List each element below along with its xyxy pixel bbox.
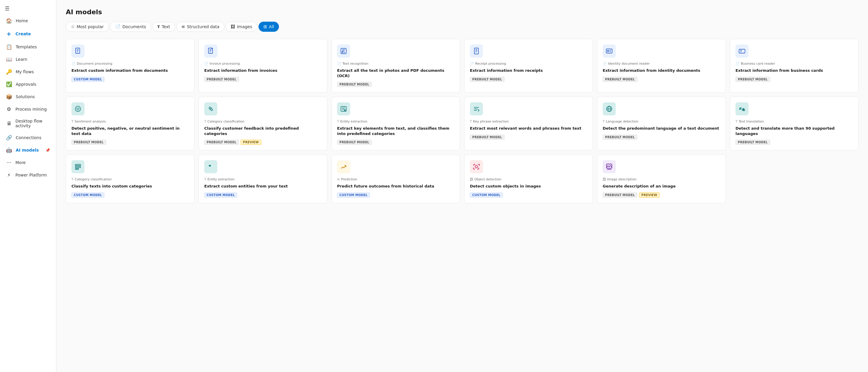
card-key-phrase-extraction[interactable]: T Key phrase extraction Extract most rel… [464,97,593,150]
badges-row: CUSTOM MODEL [337,191,455,198]
sidebar-item-solutions[interactable]: 📦 Solutions [1,91,55,103]
filter-tab-images[interactable]: 🖼 Images [226,22,257,32]
card-icon-wrap [71,160,85,173]
card-text-translation[interactable]: Aあ T Text translation Detect and transla… [730,97,859,150]
card-category: T Entity extraction [204,177,322,181]
card-title: Extract information from receipts [470,68,587,73]
card-category: T Category classification [71,177,189,181]
category-icon: 📄 [204,62,208,65]
sidebar-item-label: Home [16,19,28,23]
badges-row: PREBUILT MODELPREVIEW [603,191,720,198]
card-icon-wrap [470,45,483,58]
document-icon: 📄 [115,24,121,29]
filter-tab-text[interactable]: T Text [152,22,175,31]
badge-prebuilt: PREBUILT MODEL [337,140,372,145]
filter-tab-all[interactable]: ⊞ All [258,22,279,32]
sidebar-item-my-flows[interactable]: 🔑 My flows [1,66,55,78]
card-category: T Sentiment analysis [71,119,189,123]
more-icon: ··· [6,160,12,166]
card-title: Detect custom objects in images [470,183,587,189]
category-label: Sentiment analysis [75,119,106,123]
card-icon-wrap [71,102,85,115]
card-sentiment-analysis[interactable]: T Sentiment analysis Detect positive, ne… [66,97,194,150]
sidebar-item-home[interactable]: 🏠 Home [1,15,55,27]
sidebar-item-more[interactable]: ··· More [1,156,55,169]
card-entity-extraction-prebuilt[interactable]: T Entity extraction Extract key elements… [332,97,460,150]
badge-prebuilt: PREBUILT MODEL [204,77,239,82]
filter-tab-label: Documents [122,24,146,29]
svg-point-15 [608,51,609,52]
category-icon: 📄 [603,62,607,65]
sidebar-item-desktop-flow[interactable]: 🖥 Desktop flow activity [1,116,55,131]
badges-row: CUSTOM MODEL [204,191,322,198]
card-category: 📄 Text recognition [337,62,455,65]
sidebar-item-create[interactable]: + Create [1,27,55,40]
badge-prebuilt: PREBUILT MODEL [603,193,638,198]
badge-prebuilt: PREBUILT MODEL [736,77,770,82]
card-icon-wrap [470,160,483,173]
card-invoice-processing[interactable]: 📄 Invoice processing Extract information… [198,39,327,92]
card-icon-wrap [736,45,748,58]
category-label: Category classification [75,177,112,181]
badges-row: PREBUILT MODEL [470,76,587,82]
card-receipt-processing[interactable]: 📄 Receipt processing Extract information… [464,39,593,92]
sidebar-item-connections[interactable]: 🔗 Connections [1,132,55,144]
filter-tab-documents[interactable]: 📄 Documents [110,22,151,32]
card-text-recognition[interactable]: 📄 Text recognition Extract all the text … [332,39,460,92]
card-doc-processing[interactable]: 📄 Document processing Extract custom inf… [66,39,194,92]
card-icon-wrap [337,160,350,173]
card-icon-wrap [337,45,350,58]
card-title: Predict future outcomes from historical … [337,183,455,189]
card-category: 📄 Identity document reader [603,62,720,65]
filter-tab-most-popular[interactable]: ☆ Most popular [66,22,109,32]
sidebar-item-power-platform[interactable]: ⚡ Power Platform [1,169,55,181]
category-label: Entity extraction [208,177,235,181]
category-label: Invoice processing [210,62,240,65]
learn-icon: 📖 [6,56,12,62]
svg-rect-38 [75,164,81,166]
badges-row: PREBUILT MODEL [337,81,455,87]
card-language-detection[interactable]: T Language detection Detect the predomin… [597,97,726,150]
category-label: Category classification [208,119,245,123]
card-image-description[interactable]: 🖼 Image description Generate description… [597,154,726,203]
category-icon: T [736,119,738,123]
badge-prebuilt: PREBUILT MODEL [603,135,638,140]
templates-icon: 📋 [6,44,12,50]
card-object-detection[interactable]: 🖼 Object detection Detect custom objects… [464,154,593,203]
sidebar-item-label: Power Platform [16,173,47,177]
svg-point-25 [211,109,213,111]
badges-row: PREBUILT MODEL [204,76,322,82]
text-icon: T [157,25,160,29]
images-icon: 🖼 [230,24,235,29]
sidebar-item-approvals[interactable]: ✅ Approvals [1,78,55,90]
svg-point-23 [79,108,79,109]
category-label: Text recognition [342,62,369,65]
card-prediction[interactable]: ≡ Prediction Predict future outcomes fro… [332,154,460,203]
category-icon: 📄 [470,62,474,65]
category-label: Identity document reader [608,62,650,65]
category-icon: T [470,119,472,123]
card-biz-card-reader[interactable]: 📄 Business card reader Extract informati… [730,39,859,92]
card-category-classification[interactable]: T Category classification Classify custo… [198,97,327,150]
hamburger-button[interactable]: ☰ [0,2,56,15]
card-category: 🖼 Image description [603,177,720,181]
main-content: AI models ☆ Most popular 📄 Documents T T… [56,0,868,372]
filter-tab-label: Most popular [76,24,103,29]
svg-rect-18 [739,49,745,53]
card-entity-extraction-custom[interactable]: " T Entity extraction Extract custom ent… [198,154,327,203]
sidebar-item-ai-models[interactable]: 🤖 AI models 📌 [1,144,55,156]
svg-rect-39 [75,166,81,168]
badge-prebuilt: PREBUILT MODEL [71,140,106,145]
category-icon: 🖼 [470,177,473,181]
category-icon: T [71,177,73,181]
card-title: Extract most relevant words and phrases … [470,126,587,131]
sidebar-item-label: Process mining [16,107,47,112]
sidebar-item-process-mining[interactable]: ⚙ Process mining [1,103,55,115]
sidebar-item-templates[interactable]: 📋 Templates [1,41,55,53]
category-label: Document processing [77,62,112,65]
card-category-classification-custom[interactable]: T Category classification Classify texts… [66,154,194,203]
sidebar-item-learn[interactable]: 📖 Learn [1,53,55,65]
filter-tab-structured-data[interactable]: ≡ Structured data [176,22,225,32]
card-identity-doc-reader[interactable]: 📄 Identity document reader Extract infor… [597,39,726,92]
badges-row: PREBUILT MODEL [736,139,853,145]
